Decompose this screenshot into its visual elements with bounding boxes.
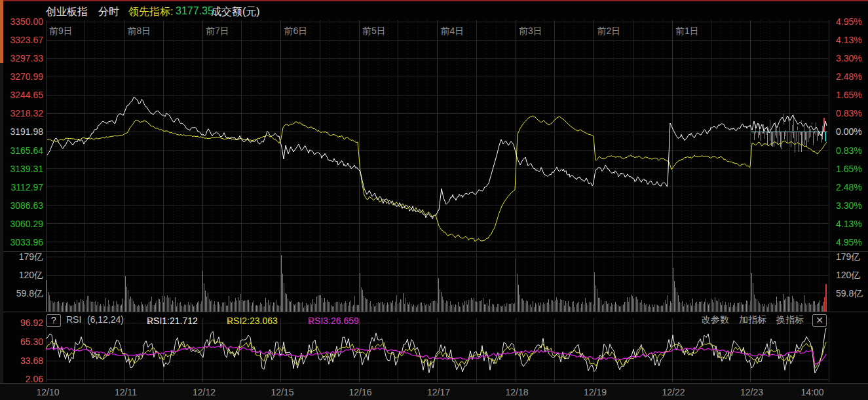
date-axis-label: 12/19 <box>584 387 607 397</box>
day-label: 前6日 <box>284 26 308 37</box>
rsi-indicator-name: RSI <box>66 314 81 325</box>
volume-axis-label: 59.8亿 <box>836 288 863 300</box>
date-axis-label: 12/11 <box>115 387 137 397</box>
leading-indicator-value: 3177.35 <box>176 5 214 17</box>
date-axis-label: 12/10 <box>36 387 59 397</box>
down-arrow-icon: ↓ <box>308 316 312 326</box>
date-axis-label: 12/15 <box>271 387 293 397</box>
price-axis-label: 3165.64 <box>1 145 43 156</box>
down-arrow-icon: ↓ <box>147 316 151 326</box>
date-axis-label: 12/16 <box>349 387 371 397</box>
leading-indicator-label: 领先指标: <box>128 5 173 19</box>
price-axis-label: 3244.65 <box>1 90 43 100</box>
rsi-params: (6,12,24) <box>87 314 124 325</box>
price-axis-label: 3139.31 <box>1 164 43 174</box>
date-axis-label: 12/23 <box>740 387 763 397</box>
close-indicator-icon[interactable]: ✕ <box>812 314 827 327</box>
date-axis-label: 12/17 <box>427 387 450 397</box>
percent-axis-label: 4.95% <box>836 16 862 27</box>
percent-axis-label: 0.00% <box>836 126 862 137</box>
volume-axis-label: 179亿 <box>1 251 43 263</box>
percent-axis-label: 3.30% <box>836 200 862 211</box>
price-axis-label: 3270.99 <box>1 71 43 82</box>
percent-axis-label: 1.65% <box>836 90 862 100</box>
turnover-label: 成交额(元) <box>211 5 260 19</box>
percent-axis-label: 4.13% <box>836 219 862 229</box>
price-axis-label: 3060.29 <box>1 219 43 229</box>
day-label: 前9日 <box>49 26 73 37</box>
percent-axis-label: 4.95% <box>836 237 862 247</box>
help-icon[interactable]: ? <box>47 314 61 327</box>
volume-axis-label: 120亿 <box>1 270 43 282</box>
date-axis-label: 12/18 <box>505 387 528 397</box>
switch-indicator-button[interactable]: 换指标 <box>776 314 804 326</box>
day-label: 前3日 <box>519 26 542 37</box>
date-axis-label: 12/22 <box>662 387 685 397</box>
volume-axis-label: 179亿 <box>836 251 860 263</box>
percent-axis-label: 0.83% <box>836 108 862 118</box>
day-label: 前2日 <box>597 26 621 37</box>
change-params-button[interactable]: 改参数 <box>702 314 729 326</box>
percent-axis-label: 3.30% <box>836 53 862 64</box>
down-arrow-icon: ↓ <box>227 316 231 326</box>
day-label: 前5日 <box>362 26 386 37</box>
price-axis-label: 3323.67 <box>1 35 43 45</box>
day-label: 前7日 <box>206 26 229 37</box>
percent-axis-label: 2.48% <box>836 182 862 192</box>
date-axis-label: 14:00 <box>801 387 823 397</box>
chart-mode-tab[interactable]: 分时 <box>98 5 119 19</box>
date-axis-row: 12/1012/1112/1212/1512/1612/1712/1812/19… <box>0 383 868 400</box>
chart-canvas <box>0 0 868 400</box>
percent-axis-label: 2.48% <box>836 71 862 82</box>
price-axis-label: 3112.97 <box>1 182 43 192</box>
percent-axis-label: 1.65% <box>836 164 862 174</box>
chart-header: 创业板指 分时 领先指标: 3177.35 成交额(元) <box>0 5 868 20</box>
day-label: 前4日 <box>441 26 464 37</box>
price-axis-label: 3218.32 <box>1 108 43 118</box>
volume-axis-label: 59.8亿 <box>1 288 43 300</box>
window-top-border <box>0 0 868 1</box>
day-label: 前1日 <box>675 26 699 37</box>
percent-axis-label: 0.83% <box>836 145 862 156</box>
price-axis-label: 3350.00 <box>1 16 43 27</box>
rsi-axis-label: 33.68 <box>1 355 43 366</box>
date-axis-label: 12/12 <box>193 387 216 397</box>
price-axis-label: 3033.96 <box>1 237 43 247</box>
add-indicator-button[interactable]: 加指标 <box>739 314 766 326</box>
trading-app-window: 创业板指 分时 领先指标: 3177.35 成交额(元) 前9日前8日前7日前6… <box>0 0 868 400</box>
price-axis-label: 3297.33 <box>1 53 43 64</box>
rsi-axis-label: 65.30 <box>1 336 43 347</box>
price-axis-label: 3191.98 <box>1 126 43 137</box>
volume-axis-label: 120亿 <box>836 270 860 282</box>
percent-axis-label: 4.13% <box>836 35 862 45</box>
day-label: 前8日 <box>128 26 151 37</box>
rsi-toolbar: ? RSI (6,12,24) RSI1:21.712↓ RSI2:23.063… <box>0 313 868 329</box>
index-name: 创业板指 <box>46 5 88 19</box>
price-axis-label: 3086.63 <box>1 200 43 211</box>
